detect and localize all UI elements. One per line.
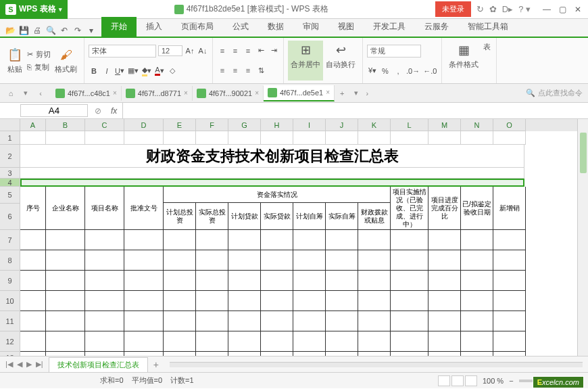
tab-layout[interactable]: 页面布局	[172, 17, 223, 37]
fx-button[interactable]: fx	[105, 106, 122, 116]
cell[interactable]	[358, 311, 391, 331]
doctab-home-icon[interactable]: ⌂	[5, 88, 16, 99]
increase-decimal-button[interactable]: .0→	[406, 65, 420, 77]
fx-cancel-icon[interactable]: ⊘	[91, 106, 105, 116]
cell[interactable]	[326, 311, 358, 331]
cell[interactable]	[428, 352, 461, 356]
cell[interactable]	[261, 230, 293, 250]
conditional-format-button[interactable]: ▦ 条件格式	[446, 41, 481, 80]
header-cell[interactable]: 序号	[20, 187, 46, 230]
help-icon[interactable]: ? ▾	[518, 4, 531, 14]
align-bottom-button[interactable]: ≡	[243, 45, 253, 57]
col-header[interactable]: O	[493, 119, 526, 131]
cell[interactable]	[493, 291, 526, 311]
login-status-badge[interactable]: 未登录	[435, 1, 471, 17]
comma-button[interactable]: ,	[393, 65, 403, 77]
cell[interactable]	[391, 271, 428, 291]
redo-icon[interactable]: ↷	[72, 24, 84, 37]
cell[interactable]	[124, 250, 164, 271]
command-search[interactable]: 🔍 点此查找命令	[520, 87, 588, 99]
cell[interactable]	[261, 131, 293, 145]
document-tab[interactable]: 4f67f...90021×	[193, 86, 264, 101]
row-header[interactable]: 13	[0, 352, 20, 356]
cell[interactable]	[124, 230, 164, 250]
header-cell[interactable]: 新增销	[493, 187, 526, 230]
cell[interactable]	[493, 352, 526, 356]
cell[interactable]	[326, 331, 358, 352]
header-cell[interactable]: 计划总投资	[164, 203, 196, 230]
header-cell[interactable]: 批准文号	[124, 187, 164, 230]
minimize-button[interactable]: —	[543, 5, 551, 14]
app-dropdown-icon[interactable]: ▾	[59, 6, 62, 13]
tab-data[interactable]: 数据	[258, 17, 293, 37]
cell[interactable]	[493, 131, 526, 145]
fill-color-button[interactable]: ◆▾	[141, 65, 152, 77]
cell[interactable]	[85, 250, 124, 271]
add-sheet-button[interactable]: +	[148, 359, 164, 370]
tab-dev[interactable]: 开发工具	[364, 17, 415, 37]
sort-button[interactable]: ⇅	[255, 64, 266, 76]
copy-button[interactable]: ⎘复制	[26, 62, 52, 73]
cell[interactable]	[124, 311, 164, 331]
settings-icon[interactable]: ✿	[489, 4, 497, 14]
close-tab-icon[interactable]: ×	[184, 89, 188, 97]
header-cell[interactable]: 企业名称	[46, 187, 85, 230]
format-painter-button[interactable]: 🖌 格式刷	[52, 45, 80, 76]
cell[interactable]	[428, 311, 461, 331]
preview-icon[interactable]: 🔍	[45, 24, 57, 37]
document-tab[interactable]: 4f67f...d8771×	[122, 86, 193, 101]
cell[interactable]	[20, 131, 46, 145]
cell[interactable]	[164, 131, 196, 145]
close-tab-icon[interactable]: ×	[255, 89, 259, 97]
cell[interactable]	[261, 331, 293, 352]
maximize-button[interactable]: ▢	[559, 5, 566, 14]
cell[interactable]	[85, 352, 124, 356]
align-top-button[interactable]: ≡	[217, 45, 228, 57]
cell[interactable]	[46, 311, 85, 331]
cell[interactable]	[326, 352, 358, 356]
number-format-select[interactable]: 常规	[367, 45, 421, 58]
sync-icon[interactable]: ↻	[476, 4, 484, 14]
save-icon[interactable]: 💾	[18, 24, 30, 37]
cell[interactable]	[391, 250, 428, 271]
cell[interactable]	[46, 291, 85, 311]
close-button[interactable]: ✕	[574, 5, 581, 14]
sheet-prev-icon[interactable]: ◀	[16, 360, 24, 369]
font-size-select[interactable]: 12	[158, 45, 182, 56]
cell[interactable]	[164, 311, 196, 331]
cell[interactable]	[428, 291, 461, 311]
cell[interactable]	[261, 250, 293, 271]
cell[interactable]	[228, 291, 261, 311]
cell[interactable]	[358, 291, 391, 311]
col-header[interactable]: A	[20, 119, 46, 131]
clear-format-button[interactable]: ◇	[167, 65, 178, 77]
cell[interactable]	[358, 331, 391, 352]
header-cell[interactable]: 计划贷款	[228, 203, 261, 230]
document-tab[interactable]: 4f67f...de5e1×	[264, 85, 335, 101]
d-menu[interactable]: D▸	[502, 4, 513, 14]
cell[interactable]	[428, 250, 461, 271]
cell[interactable]	[391, 311, 428, 331]
cell[interactable]	[164, 250, 196, 271]
header-group-cell[interactable]: 资金落实情况	[164, 187, 391, 203]
cell[interactable]	[428, 331, 461, 352]
cell[interactable]	[196, 230, 228, 250]
cell[interactable]	[20, 271, 46, 291]
sheet-last-icon[interactable]: ▶|	[34, 360, 45, 369]
tab-tools[interactable]: 智能工具箱	[458, 17, 518, 37]
align-left-button[interactable]: ≡	[217, 64, 228, 76]
horizontal-scrollbar[interactable]	[170, 362, 583, 367]
col-header[interactable]: B	[46, 119, 85, 131]
cell[interactable]	[461, 131, 493, 145]
cell[interactable]	[358, 271, 391, 291]
col-header[interactable]: I	[293, 119, 326, 131]
cell[interactable]	[20, 291, 46, 311]
cell[interactable]	[261, 271, 293, 291]
header-cell[interactable]: 实际总投资	[196, 203, 228, 230]
paste-button[interactable]: 📋 粘贴	[4, 45, 26, 76]
cell[interactable]	[391, 230, 428, 250]
cell[interactable]	[46, 131, 85, 145]
doctab-menu-icon[interactable]: ▾	[20, 88, 31, 99]
col-header[interactable]: G	[228, 119, 261, 131]
cell[interactable]	[461, 352, 493, 356]
